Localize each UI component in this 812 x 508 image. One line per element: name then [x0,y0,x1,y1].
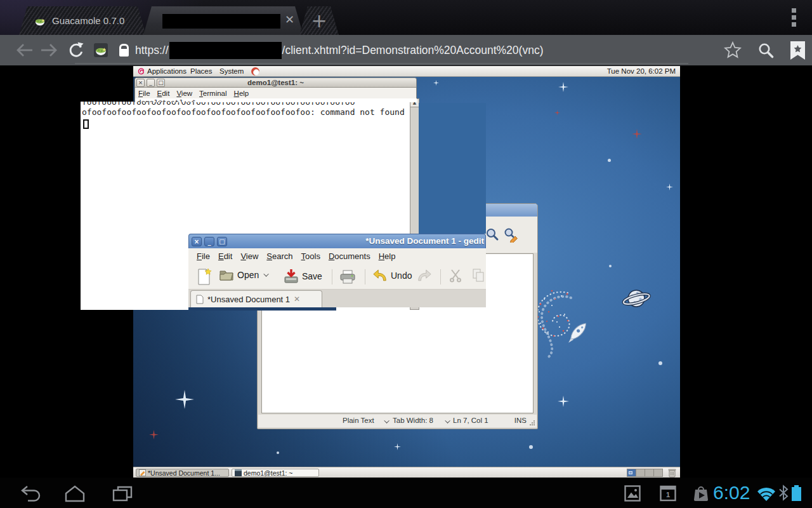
terminal-prompt: demo1@test1:~$ [137,98,196,102]
wifi-icon [756,485,776,502]
refresh-icon[interactable] [67,41,84,58]
toolbar-separator [365,269,365,284]
bookmarks-icon[interactable] [790,41,806,60]
tab-width-selector[interactable]: Tab Width: 8 [393,417,433,424]
panel-clock[interactable]: Tue Nov 20, 6:02 PM [607,67,676,75]
menu-view[interactable]: View [240,251,258,261]
redacted-tab-title [162,14,280,29]
open-button[interactable]: Open [219,269,269,281]
window-close-icon[interactable]: × [192,237,202,246]
gedit-statusbar: Plain Text Tab Width: 8 Ln 7, Col 1 INS [258,415,537,427]
gedit-document-tabbar: *Unsaved Document 1 ✕ [188,290,486,307]
menu-edit[interactable]: Edit [157,90,170,97]
panel-menu-system[interactable]: System [219,67,244,75]
bluetooth-icon [778,484,789,502]
url-path: /client.xhtml?id=Demonstration%20Account… [282,44,544,57]
star-dot [529,445,533,449]
bookmark-star-icon[interactable] [724,41,742,58]
cursor-position: Ln 7, Col 1 [453,417,488,424]
play-store-notification-icon[interactable] [693,485,709,502]
workspace-1[interactable] [627,469,636,477]
calendar-notification-icon[interactable]: 1 [660,485,676,502]
android-recents-icon[interactable] [111,485,134,502]
find-icon[interactable] [485,227,499,244]
menu-file[interactable]: File [197,251,210,261]
input-mode: INS [514,417,527,424]
window-minimize-icon[interactable]: _ [204,237,214,246]
taskbar-button-terminal[interactable]: demo1@test1: ~ [232,469,319,477]
close-document-tab-icon[interactable]: ✕ [294,295,300,304]
gallery-notification-icon[interactable] [624,485,641,502]
gnome-top-panel: Applications Places System Tue Nov 20, 6… [133,66,680,77]
terminal-menubar: File Edit View Terminal Help [134,88,417,98]
new-document-button[interactable] [197,268,213,285]
terminal-titlebar[interactable]: × _ □ demo1@test1: ~ [134,77,417,88]
terminal-prompt-sliver: demo1@test1:~$ [134,98,417,102]
overflow-menu-icon[interactable] [792,8,797,29]
toolbar-separator [332,269,332,284]
panel-menu-applications[interactable]: Applications [147,67,187,75]
print-button[interactable] [339,270,356,284]
menu-edit[interactable]: Edit [218,251,232,261]
browser-tab-guacamole[interactable]: Guacamole 0.7.0 [19,6,146,35]
cut-button-disabled[interactable] [449,269,462,283]
menu-help[interactable]: Help [379,251,396,261]
language-selector[interactable]: Plain Text [343,417,374,424]
back-icon[interactable] [15,43,34,58]
redo-button-disabled[interactable] [417,269,432,282]
document-tab[interactable]: *Unsaved Document 1 ✕ [190,290,322,307]
copy-icon [472,269,486,283]
new-tab-button[interactable]: + [299,6,339,35]
workspace-3[interactable] [645,469,654,477]
url-field[interactable]: https:// /client.xhtml?id=Demonstration%… [135,35,543,65]
android-home-icon[interactable] [63,485,86,502]
terminal-cursor [83,119,89,129]
saturn-planet-art [622,284,651,312]
workspace-2[interactable] [636,469,645,477]
android-clock[interactable]: 6:02 [713,482,750,504]
browser-tab-active[interactable]: ✕ [143,6,303,35]
https-lock-icon [119,49,129,57]
window-maximize-icon[interactable]: □ [217,237,227,246]
gedit-titlebar[interactable]: × _ □ *Unsaved Document 1 - gedit [188,234,486,248]
menu-file[interactable]: File [138,90,150,97]
forward-icon[interactable] [39,43,58,58]
gedit-window-title: *Unsaved Document 1 - gedit [365,236,484,246]
gedit-icon [139,469,146,476]
gnome-desktop[interactable]: Plain Text Tab Width: 8 Ln 7, Col 1 INS … [133,77,680,467]
star-dot [608,159,611,162]
open-folder-icon [219,269,234,281]
menu-search[interactable]: Search [266,251,292,261]
close-tab-icon[interactable]: ✕ [285,13,294,26]
debian-swirl-icon[interactable] [137,67,145,77]
replace-icon[interactable] [504,227,519,245]
redacted-url-host [169,42,282,59]
android-back-icon[interactable] [19,485,43,502]
menu-terminal[interactable]: Terminal [199,90,226,97]
taskbar-button-gedit[interactable]: *Unsaved Document 1... [136,469,229,477]
gedit-window-front[interactable]: × _ □ *Unsaved Document 1 - gedit File E… [188,234,486,311]
terminal-window-title: demo1@test1: ~ [135,79,416,86]
terminal-window[interactable]: × _ □ demo1@test1: ~ File Edit View Term… [134,77,417,102]
search-icon[interactable] [757,42,775,59]
help-life-preserver-icon[interactable] [251,67,259,76]
panel-menu-places[interactable]: Places [190,67,213,75]
selected-tab-strip [188,307,336,311]
undo-button[interactable]: Undo [372,269,412,282]
gedit-menubar: File Edit View Search Tools Documents He… [188,248,486,264]
menu-documents[interactable]: Documents [329,251,370,261]
vnc-remote-display[interactable]: Applications Places System Tue Nov 20, 6… [133,66,680,478]
battery-icon [792,487,801,501]
copy-button-disabled[interactable] [472,269,486,283]
star-sparkle [175,390,194,409]
menu-help[interactable]: Help [234,90,249,97]
resize-grip[interactable] [529,420,535,425]
menu-view[interactable]: View [176,90,192,97]
plus-icon: + [311,11,327,30]
save-button[interactable]: Save [284,269,322,283]
print-icon [339,270,356,284]
redo-icon [417,269,432,282]
workspace-4[interactable] [653,469,663,477]
menu-tools[interactable]: Tools [301,251,320,261]
star-sparkle [433,80,439,86]
